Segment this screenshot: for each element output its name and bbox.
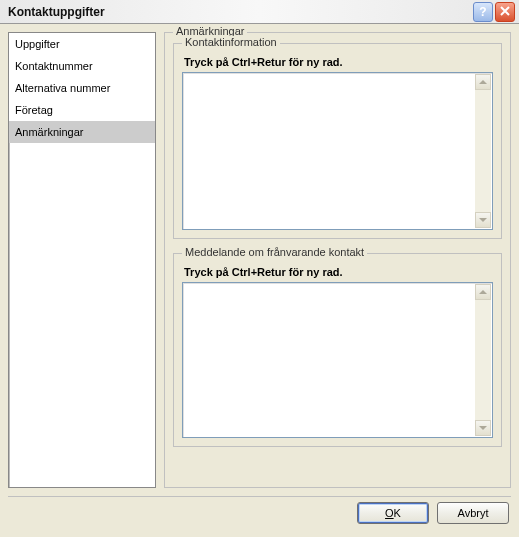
sidebar-item-alternativa-nummer[interactable]: Alternativa nummer	[9, 77, 155, 99]
sidebar-item-anmarkningar[interactable]: Anmärkningar	[9, 121, 155, 143]
window-title: Kontaktuppgifter	[4, 5, 473, 19]
hint-text: Tryck på Ctrl+Retur för ny rad.	[184, 56, 493, 68]
titlebar-buttons: ?	[473, 2, 515, 22]
chevron-down-icon	[479, 426, 487, 430]
help-button[interactable]: ?	[473, 2, 493, 22]
group-legend: Kontaktinformation	[182, 36, 280, 48]
scroll-down-button[interactable]	[475, 212, 491, 228]
help-icon: ?	[479, 5, 486, 19]
chevron-up-icon	[479, 80, 487, 84]
group-legend: Meddelande om frånvarande kontakt	[182, 246, 367, 258]
close-icon	[500, 5, 510, 19]
sidebar: Uppgifter Kontaktnummer Alternativa numm…	[8, 32, 156, 488]
chevron-up-icon	[479, 290, 487, 294]
scroll-up-button[interactable]	[475, 74, 491, 90]
sidebar-item-label: Uppgifter	[15, 38, 60, 50]
main-panel: Anmärkningar Kontaktinformation Tryck på…	[164, 32, 511, 488]
scrollbar[interactable]	[475, 284, 491, 436]
dialog-body: Uppgifter Kontaktnummer Alternativa numm…	[0, 24, 519, 496]
sidebar-item-foretag[interactable]: Företag	[9, 99, 155, 121]
cancel-button[interactable]: Avbryt	[437, 502, 509, 524]
sidebar-item-label: Alternativa nummer	[15, 82, 110, 94]
chevron-down-icon	[479, 218, 487, 222]
sidebar-item-label: Anmärkningar	[15, 126, 83, 138]
sidebar-item-uppgifter[interactable]: Uppgifter	[9, 33, 155, 55]
group-anmarkningar: Anmärkningar Kontaktinformation Tryck på…	[164, 32, 511, 488]
scroll-down-button[interactable]	[475, 420, 491, 436]
sidebar-item-kontaktnummer[interactable]: Kontaktnummer	[9, 55, 155, 77]
group-kontaktinformation: Kontaktinformation Tryck på Ctrl+Retur f…	[173, 43, 502, 239]
sidebar-item-label: Företag	[15, 104, 53, 116]
contact-info-textarea[interactable]	[182, 72, 493, 230]
hint-text: Tryck på Ctrl+Retur för ny rad.	[184, 266, 493, 278]
close-button[interactable]	[495, 2, 515, 22]
ok-button[interactable]: OK	[357, 502, 429, 524]
absent-contact-textarea[interactable]	[182, 282, 493, 438]
footer: OK Avbryt	[0, 499, 519, 532]
footer-separator	[8, 496, 511, 497]
scrollbar[interactable]	[475, 74, 491, 228]
scroll-up-button[interactable]	[475, 284, 491, 300]
group-franvarande-kontakt: Meddelande om frånvarande kontakt Tryck …	[173, 253, 502, 447]
titlebar: Kontaktuppgifter ?	[0, 0, 519, 24]
sidebar-item-label: Kontaktnummer	[15, 60, 93, 72]
